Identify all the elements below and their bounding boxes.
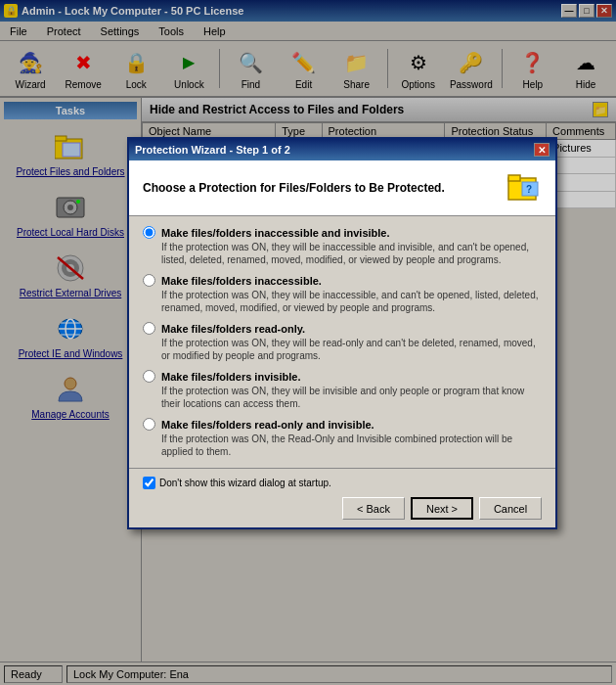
radio-label-2[interactable]: Make files/folders inaccessible. — [161, 275, 322, 287]
back-button[interactable]: < Back — [342, 497, 405, 520]
dont-show-row: Don't show this wizard dialog at startup… — [143, 477, 542, 489]
dont-show-checkbox[interactable] — [143, 477, 155, 489]
wizard-header: Choose a Protection for Files/Folders to… — [129, 160, 555, 216]
wizard-dialog: Protection Wizard - Step 1 of 2 ✕ Choose… — [127, 137, 557, 529]
radio-label-4[interactable]: Make files/folders invisible. — [161, 371, 300, 383]
radio-desc-2: If the protection was ON, they will be i… — [161, 289, 542, 314]
cancel-button[interactable]: Cancel — [479, 497, 542, 520]
radio-option-3: Make files/folders read-only. If the pro… — [143, 322, 542, 362]
radio-label-3[interactable]: Make files/folders read-only. — [161, 323, 305, 335]
modal-overlay: Protection Wizard - Step 1 of 2 ✕ Choose… — [0, 0, 616, 685]
radio-option-1: Make files/folders inaccessible and invi… — [143, 226, 542, 266]
radio-group: Make files/folders inaccessible and invi… — [143, 226, 542, 458]
radio-desc-4: If the protection was ON, they will be i… — [161, 385, 542, 410]
next-button[interactable]: Next > — [411, 497, 473, 520]
radio-label-5[interactable]: Make files/folders read-only and invisib… — [161, 419, 374, 431]
wizard-title-bar: Protection Wizard - Step 1 of 2 ✕ — [129, 139, 555, 160]
wizard-title: Protection Wizard - Step 1 of 2 — [135, 144, 290, 156]
radio-input-1[interactable] — [143, 226, 155, 239]
wizard-header-text: Choose a Protection for Files/Folders to… — [143, 180, 445, 197]
radio-input-2[interactable] — [143, 274, 155, 287]
radio-input-5[interactable] — [143, 418, 155, 431]
svg-text:?: ? — [526, 184, 532, 195]
wizard-close-button[interactable]: ✕ — [534, 143, 550, 157]
radio-label-1[interactable]: Make files/folders inaccessible and invi… — [161, 227, 390, 239]
wizard-header-icon: ? — [506, 170, 542, 206]
svg-rect-18 — [508, 175, 520, 181]
wizard-footer: Don't show this wizard dialog at startup… — [129, 468, 555, 527]
wizard-btn-row: < Back Next > Cancel — [143, 497, 542, 520]
dont-show-label: Don't show this wizard dialog at startup… — [159, 478, 331, 488]
wizard-body: Make files/folders inaccessible and invi… — [129, 216, 555, 468]
radio-input-4[interactable] — [143, 370, 155, 383]
radio-desc-3: If the protection was ON, they will be r… — [161, 337, 542, 362]
radio-option-5: Make files/folders read-only and invisib… — [143, 418, 542, 458]
radio-desc-5: If the protection was ON, the Read-Only … — [161, 433, 542, 458]
radio-option-4: Make files/folders invisible. If the pro… — [143, 370, 542, 410]
radio-option-2: Make files/folders inaccessible. If the … — [143, 274, 542, 314]
radio-input-3[interactable] — [143, 322, 155, 335]
radio-desc-1: If the protection was ON, they will be i… — [161, 241, 542, 266]
